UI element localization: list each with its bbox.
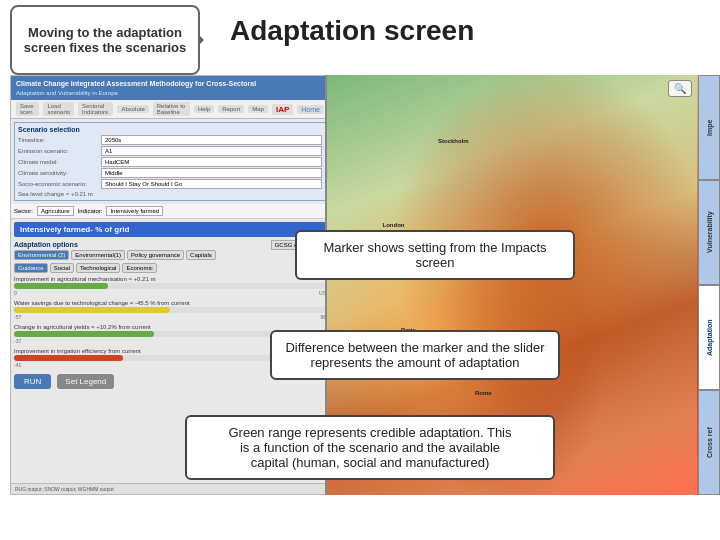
socio-value[interactable]: Should I Stay Or Should I Go xyxy=(101,179,322,189)
annotation-green: Green range represents credible adaptati… xyxy=(185,415,555,480)
slider-label-0: Improvement in agricultural mechanisatio… xyxy=(14,276,326,282)
scenario-panel-title: Scenario selection xyxy=(18,126,322,133)
legend-button[interactable]: Set Legend xyxy=(57,374,114,389)
sector-label: Sector: xyxy=(14,208,33,214)
scenario-row-timeslice: Timeslice: 2050s xyxy=(18,135,322,145)
adapt-tabs: Environmental (2) Environmental(1) Polic… xyxy=(14,250,326,260)
slider-min-1: -57 xyxy=(14,314,21,320)
app-nav: Save scen Load scenario Sectoral Indicat… xyxy=(11,100,329,119)
slider-track-0[interactable] xyxy=(14,283,326,289)
right-tabs: Impe Vulnerability Adaptation Cross ref xyxy=(698,75,720,495)
slider-row-1: Water savings due to technological chang… xyxy=(14,300,326,320)
run-button[interactable]: RUN xyxy=(14,374,51,389)
annotation-green-text: Green range represents credible adaptati… xyxy=(228,425,511,470)
socio-label: Socio-economic scenario: xyxy=(18,181,98,187)
app-header-subtitle: Adaptation and Vulnerability in Europe xyxy=(16,89,324,97)
app-header-title: Climate Change Integrated Assessment Met… xyxy=(16,79,324,89)
adapt-tab-1[interactable]: Environmental(1) xyxy=(71,250,125,260)
scenario-row-emission: Emission scenario: A1 xyxy=(18,146,322,156)
slider-fill-3 xyxy=(14,355,123,361)
adapt-tab-3[interactable]: Capitals xyxy=(186,250,216,260)
map-label-stockholm: Stockholm xyxy=(438,138,469,144)
adapt-tab-2[interactable]: Policy governance xyxy=(127,250,184,260)
slider-fill-2 xyxy=(14,331,154,337)
right-tab-impe[interactable]: Impe xyxy=(698,75,720,180)
adapt-tab-0[interactable]: Environmental (2) xyxy=(14,250,69,260)
nav-load[interactable]: Load scenario xyxy=(43,102,74,116)
intensively-bar: Intensively farmed- % of grid xyxy=(14,222,326,237)
adaptation-title: Adaptation options xyxy=(14,241,78,248)
annotation-difference-text: Difference between the marker and the sl… xyxy=(285,340,544,370)
slider-fill-0 xyxy=(14,283,108,289)
sensitivity-label: Climate sensitivity: xyxy=(18,170,98,176)
scenario-panel: Scenario selection Timeslice: 2050s Emis… xyxy=(14,122,326,201)
map-label-london: London xyxy=(383,222,405,228)
callout-text: Moving to the adaptation screen fixes th… xyxy=(18,25,192,55)
nav-save[interactable]: Save scen xyxy=(16,102,39,116)
home-label[interactable]: Home xyxy=(297,105,324,114)
slider-min-3: -41 xyxy=(14,362,21,368)
timeslice-label: Timeslice: xyxy=(18,137,98,143)
emission-label: Emission scenario: xyxy=(18,148,98,154)
slider-row-0: Improvement in agricultural mechanisatio… xyxy=(14,276,326,296)
map-zoom-button[interactable]: 🔍 xyxy=(668,80,692,97)
right-tab-vulnerability[interactable]: Vulnerability xyxy=(698,180,720,285)
nav-relative[interactable]: Relative to Baseline xyxy=(153,102,190,116)
map-label-rome: Rome xyxy=(475,390,492,396)
annotation-marker-text: Marker shows setting from the Impacts sc… xyxy=(323,240,546,270)
sensitivity-value[interactable]: Middle xyxy=(101,168,322,178)
sector-select[interactable]: Agriculture xyxy=(37,206,74,216)
app-header: Climate Change Integrated Assessment Met… xyxy=(11,76,329,100)
indicator-select[interactable]: Intensively farmed xyxy=(106,206,163,216)
slider-fill-1 xyxy=(14,307,170,313)
timeslice-value[interactable]: 2050s xyxy=(101,135,322,145)
annotation-marker: Marker shows setting from the Impacts sc… xyxy=(295,230,575,280)
scenario-row-sensitivity: Climate sensitivity: Middle xyxy=(18,168,322,178)
iap-label: IAP xyxy=(272,104,293,115)
indicator-label: Indicator: xyxy=(78,208,103,214)
scenario-row-socio: Socio-economic scenario: Should I Stay O… xyxy=(18,179,322,189)
page-title: Adaptation screen xyxy=(230,15,474,47)
slider-numbers-1: -57 98 xyxy=(14,314,326,320)
sea-level-label: Sea level change = +0.21 m xyxy=(18,191,322,197)
nav-help[interactable]: Help xyxy=(194,105,214,113)
slider-label-1: Water savings due to technological chang… xyxy=(14,300,326,306)
nav-report[interactable]: Report xyxy=(218,105,244,113)
slider-min-2: -37 xyxy=(14,338,21,344)
app-bottom-bar: RUG output; SNOW output; WGHMM output xyxy=(11,483,330,494)
adapt-subtab-1[interactable]: Social xyxy=(50,263,74,273)
right-tab-adaptation[interactable]: Adaptation xyxy=(698,285,720,390)
adapt-subtab-2[interactable]: Technological xyxy=(76,263,120,273)
adapt-subtabs: Guidance Social Technological Economic xyxy=(14,263,326,273)
sector-bar: Sector: Agriculture Indicator: Intensive… xyxy=(11,204,329,219)
slider-min-0: 0 xyxy=(14,290,17,296)
right-tab-crossref[interactable]: Cross ref xyxy=(698,390,720,495)
slider-numbers-0: 0 US xyxy=(14,290,326,296)
annotation-difference: Difference between the marker and the sl… xyxy=(270,330,560,380)
callout-box: Moving to the adaptation screen fixes th… xyxy=(10,5,200,75)
slider-track-1[interactable] xyxy=(14,307,326,313)
adapt-subtab-3[interactable]: Economic xyxy=(122,263,156,273)
climate-label: Climate model: xyxy=(18,159,98,165)
emission-value[interactable]: A1 xyxy=(101,146,322,156)
adapt-subtab-0[interactable]: Guidance xyxy=(14,263,48,273)
climate-value[interactable]: HadCEM xyxy=(101,157,322,167)
nav-absolute[interactable]: Absolute xyxy=(117,105,148,113)
nav-indicators[interactable]: Sectoral Indicators xyxy=(78,102,113,116)
scenario-row-climate: Climate model: HadCEM xyxy=(18,157,322,167)
nav-map[interactable]: Map xyxy=(248,105,268,113)
